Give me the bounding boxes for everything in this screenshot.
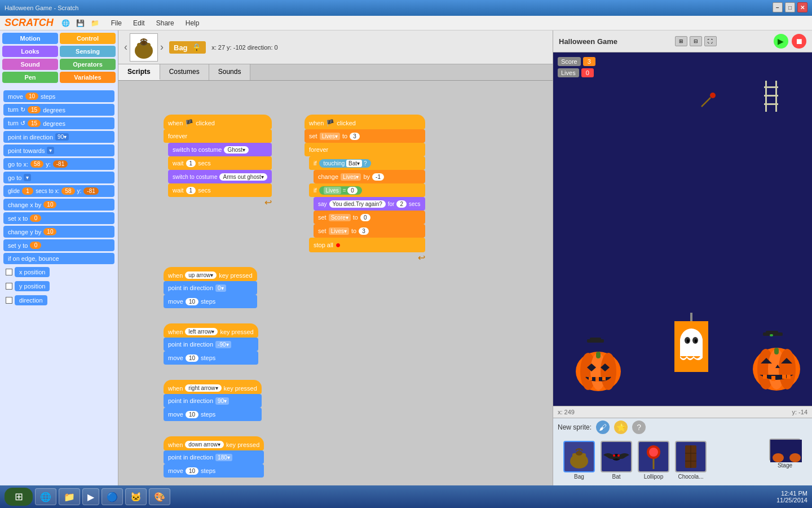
block-change-x[interactable]: change x by 10: [3, 199, 114, 211]
block-turn-ccw[interactable]: turn ↺ 15 degrees: [3, 117, 114, 129]
block-goto-xy[interactable]: go to x: 58 y: -81: [3, 158, 114, 170]
title-text: Halloween Game - Scratch: [5, 5, 78, 11]
view-large[interactable]: ⊟: [690, 36, 702, 46]
block-when-clicked-1[interactable]: when 🏴 clicked: [164, 115, 272, 129]
new-sprite-search-button[interactable]: ?: [632, 421, 646, 434]
scripts-area[interactable]: when 🏴 clicked forever switch to costume…: [118, 81, 553, 485]
globe-icon[interactable]: 🌐: [60, 17, 72, 29]
menu-help[interactable]: Help: [180, 17, 205, 29]
start-button[interactable]: ⊞: [5, 488, 33, 506]
cat-sensing[interactable]: Sensing: [60, 46, 116, 57]
close-button[interactable]: ✕: [797, 2, 807, 12]
stop-button[interactable]: ⏹: [792, 34, 806, 49]
block-point-left[interactable]: point in direction -90▾: [164, 338, 258, 351]
loop-arrow-1: ↩: [164, 197, 272, 208]
sprite-nav-left[interactable]: ‹: [124, 41, 127, 53]
maximize-button[interactable]: □: [785, 2, 795, 12]
cat-looks[interactable]: Looks: [2, 46, 58, 57]
taskbar-folder[interactable]: 📁: [59, 488, 80, 505]
block-when-clicked-2[interactable]: when 🏴 clicked: [304, 115, 425, 129]
block-set-score[interactable]: set Score▾ to 0: [314, 211, 425, 224]
tab-scripts[interactable]: Scripts: [118, 64, 160, 80]
block-switch-costume-1[interactable]: switch to costume Ghost▾: [168, 143, 272, 156]
block-up-arrow[interactable]: when up arrow▾ key pressed: [164, 267, 257, 281]
block-point-down[interactable]: point in direction 180▾: [164, 450, 264, 464]
block-forever-2[interactable]: forever: [304, 143, 425, 156]
block-point-direction[interactable]: point in direction 90▾: [3, 131, 114, 143]
block-if-lives[interactable]: if Lives = 0: [309, 183, 425, 197]
checkbox-x-position[interactable]: [6, 269, 12, 275]
block-down-arrow[interactable]: when down arrow▾ key pressed: [164, 436, 264, 450]
cat-control[interactable]: Control: [60, 33, 116, 44]
stage-item[interactable]: Stage: [768, 439, 802, 468]
svg-point-60: [773, 453, 784, 462]
taskbar-paint[interactable]: 🎨: [149, 488, 170, 505]
sprite-nav-right[interactable]: ›: [160, 41, 164, 53]
block-change-y[interactable]: change y by 10: [3, 226, 114, 238]
block-say[interactable]: say You died.Try again? for 2 secs: [314, 197, 425, 211]
block-left-arrow[interactable]: when left arrow▾ key pressed: [164, 323, 258, 338]
new-sprite-star-button[interactable]: ⭐: [614, 421, 628, 434]
block-direction[interactable]: direction: [15, 295, 47, 305]
tab-costumes[interactable]: Costumes: [160, 64, 209, 80]
block-x-position[interactable]: x position: [15, 267, 50, 277]
cat-motion[interactable]: Motion: [2, 33, 58, 44]
save-icon[interactable]: 💾: [75, 17, 86, 29]
taskbar-media[interactable]: ▶: [82, 488, 99, 505]
checkbox-y-position[interactable]: [6, 283, 12, 290]
green-flag-button[interactable]: ▶: [774, 34, 788, 49]
cat-sound[interactable]: Sound: [2, 59, 58, 70]
menu-share[interactable]: Share: [151, 17, 180, 29]
block-goto[interactable]: go to ▾: [3, 172, 114, 183]
ghost-banner-sprite: [674, 321, 708, 372]
cat-operators[interactable]: Operators: [60, 59, 116, 70]
block-turn-cw[interactable]: turn ↻ 15 degrees: [3, 104, 114, 116]
block-change-lives[interactable]: change Lives▾ by -1: [314, 170, 425, 183]
cat-pen[interactable]: Pen: [2, 72, 58, 83]
scratch-logo: SCRATCH: [5, 17, 54, 29]
block-wait-1[interactable]: wait 1 secs: [168, 156, 272, 170]
fence-sprite: [764, 81, 778, 116]
sprite-item-bag[interactable]: Bag: [562, 441, 596, 480]
block-move-down[interactable]: move 10 steps: [164, 464, 264, 478]
taskbar-ie[interactable]: 🌐: [35, 488, 56, 505]
cat-variables[interactable]: Variables: [60, 72, 116, 83]
block-glide[interactable]: glide 1 secs to x: 58 y: -81: [3, 185, 114, 197]
block-point-towards[interactable]: point towards ▾: [3, 144, 114, 156]
block-set-lives[interactable]: set Lives▾ to 3: [304, 129, 425, 143]
taskbar-chrome[interactable]: 🔵: [102, 488, 123, 505]
view-normal[interactable]: ⊞: [675, 36, 687, 46]
block-set-lives-3[interactable]: set Lives▾ to 3: [314, 224, 425, 238]
minimize-button[interactable]: −: [773, 2, 783, 12]
block-move-left[interactable]: move 10 steps: [164, 351, 258, 365]
block-move-up[interactable]: move 10 steps: [164, 295, 257, 308]
menu-edit[interactable]: Edit: [127, 17, 151, 29]
block-right-arrow[interactable]: when right arrow▾ key pressed: [164, 380, 262, 394]
sprite-item-lollipop[interactable]: Lollipop: [637, 441, 670, 480]
block-point-up[interactable]: point in direction 0▾: [164, 281, 257, 295]
sprite-item-bat[interactable]: Bat: [599, 441, 633, 480]
bag-icon: [133, 35, 155, 60]
sprite-item-chocolate[interactable]: Chocola...: [674, 441, 708, 480]
checkbox-direction[interactable]: [6, 297, 12, 304]
block-move-steps[interactable]: move 10 steps: [3, 90, 114, 102]
block-stop-all[interactable]: stop all ●: [309, 238, 425, 252]
block-point-right[interactable]: point in direction 90▾: [164, 394, 262, 408]
block-switch-costume-2[interactable]: switch to costume Arms out ghost▾: [168, 170, 272, 183]
block-forever-1[interactable]: forever: [164, 129, 272, 143]
block-set-y[interactable]: set y to 0: [3, 239, 114, 251]
menu-file[interactable]: File: [105, 17, 127, 29]
new-sprite-paint-button[interactable]: 🖌: [596, 421, 610, 434]
block-move-right[interactable]: move 10 steps: [164, 408, 262, 421]
block-edge-bounce[interactable]: if on edge, bounce: [3, 253, 114, 264]
folder-icon[interactable]: 📁: [90, 17, 101, 29]
block-set-x[interactable]: set x to 0: [3, 212, 114, 224]
block-if-touching[interactable]: if touching Bat▾ ?: [309, 156, 425, 170]
block-wait-2[interactable]: wait 1 secs: [168, 183, 272, 197]
tab-sounds[interactable]: Sounds: [209, 64, 251, 80]
taskbar-scratch[interactable]: 🐱: [125, 488, 147, 505]
sprite-label-bag: Bag: [574, 474, 584, 480]
sprite-selector: New sprite: 🖌 ⭐ ?: [553, 418, 812, 485]
view-fullscreen[interactable]: ⛶: [704, 36, 717, 46]
block-y-position[interactable]: y position: [15, 281, 50, 291]
